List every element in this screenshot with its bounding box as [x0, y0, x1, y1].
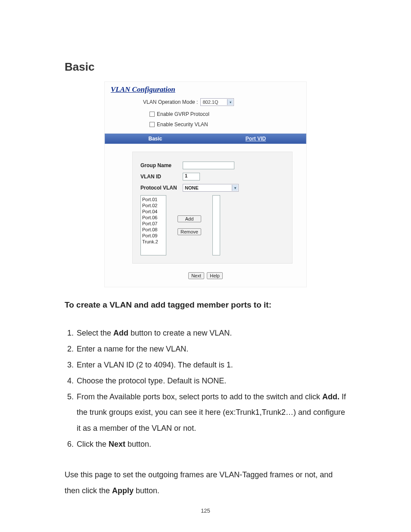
next-button[interactable]: Next	[188, 272, 204, 279]
group-name-input[interactable]	[183, 162, 234, 169]
step-2: Enter a name for the new VLAN.	[76, 341, 346, 357]
protocol-vlan-value: NONE	[185, 185, 199, 190]
gvrp-checkbox[interactable]	[149, 112, 155, 117]
list-item[interactable]: Port.02	[142, 202, 165, 208]
page-title: Basic	[65, 60, 346, 74]
list-item[interactable]: Port.08	[142, 227, 165, 233]
vlan-id-input[interactable]: 1	[183, 173, 200, 180]
step-1: Select the Add button to create a new VL…	[76, 325, 346, 341]
panel-title: VLAN Configuration	[111, 85, 300, 94]
step-4: Choose the protocol type. Default is NON…	[76, 373, 346, 389]
gvrp-label: Enable GVRP Protocol	[157, 111, 209, 117]
mode-select[interactable]: 802.1Q ▾	[200, 98, 234, 106]
list-item[interactable]: Port.04	[142, 208, 165, 215]
subheading: To create a VLAN and add tagged member p…	[65, 300, 346, 310]
step-5: From the Available ports box, select por…	[76, 389, 346, 437]
chevron-down-icon: ▾	[232, 185, 238, 191]
mode-select-value: 802.1Q	[202, 100, 218, 105]
list-item[interactable]: Port.07	[142, 221, 165, 227]
tab-bar: Basic Port VID	[105, 134, 306, 144]
vlan-config-screenshot: VLAN Configuration VLAN Operation Mode :…	[104, 81, 307, 287]
page-number: 125	[65, 507, 346, 514]
security-vlan-checkbox[interactable]	[149, 122, 155, 127]
step-6: Click the Next button.	[76, 436, 346, 452]
add-button[interactable]: Add	[177, 215, 201, 222]
chevron-down-icon: ▾	[227, 99, 233, 105]
vlan-id-label: VLAN ID	[140, 174, 183, 180]
security-vlan-label: Enable Security VLAN	[157, 121, 208, 128]
help-button[interactable]: Help	[207, 272, 223, 279]
protocol-vlan-label: Protocol VLAN	[140, 185, 183, 191]
steps-list: Select the Add button to create a new VL…	[65, 325, 346, 452]
protocol-vlan-select[interactable]: NONE ▾	[183, 184, 239, 192]
body-paragraph: Use this page to set the outgoing frames…	[65, 467, 346, 499]
list-item[interactable]: Port.01	[142, 196, 165, 202]
tab-port-vid[interactable]: Port VID	[206, 136, 306, 142]
list-item[interactable]: Trunk.2	[142, 239, 165, 245]
basic-panel: Group Name VLAN ID 1 Protocol VLAN NONE …	[132, 152, 293, 264]
tab-basic[interactable]: Basic	[105, 136, 206, 142]
remove-button[interactable]: Remove	[177, 228, 201, 235]
list-item[interactable]: Port.06	[142, 215, 165, 221]
list-item[interactable]: Port.09	[142, 233, 165, 239]
mode-label: VLAN Operation Mode :	[143, 99, 198, 105]
selected-ports-listbox[interactable]	[212, 195, 220, 255]
group-name-label: Group Name	[140, 162, 183, 168]
available-ports-listbox[interactable]: Port.01 Port.02 Port.04 Port.06 Port.07 …	[140, 195, 166, 255]
step-3: Enter a VLAN ID (2 to 4094). The default…	[76, 357, 346, 373]
